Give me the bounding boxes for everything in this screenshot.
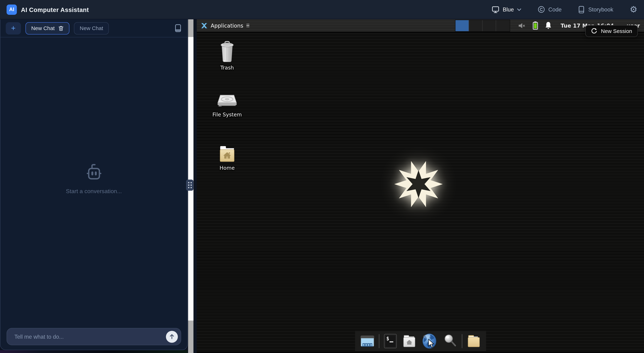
gear-icon: ⚙ [630,5,638,14]
app-window: AI AI Computer Assistant Blue Code S [0,0,644,353]
chat-tab-active[interactable]: New Chat [26,22,70,34]
chat-input[interactable] [14,333,166,340]
applications-menu[interactable]: Applications [201,22,250,29]
monitor-icon [492,6,500,14]
new-session-label: New Session [601,28,632,34]
xfce-logo-icon [201,22,208,29]
window-icon[interactable] [360,333,375,349]
scrollbar-thumb[interactable] [188,37,194,320]
workspace-1[interactable] [456,20,469,31]
volume-muted-icon[interactable] [518,22,526,29]
desktop-top-panel: Applications [197,19,644,33]
remote-desktop[interactable]: Applications [197,19,644,353]
page-title: AI Computer Assistant [21,6,89,13]
storybook-link-label: Storybook [588,7,614,13]
chat-sidebar: + New Chat New Chat [0,19,188,350]
battery-icon[interactable] [532,21,538,30]
notifications-bell-icon[interactable] [544,21,552,30]
main-area: + New Chat New Chat [0,19,644,353]
system-tray [518,21,552,30]
svg-text:$: $ [386,336,389,341]
robot-icon [84,162,104,181]
dock-separator [462,334,462,348]
desktop-icon-label: File System [202,111,252,117]
hard-drive-icon [216,91,238,110]
terminal-icon[interactable]: $ [383,333,398,349]
workspace-2[interactable] [469,20,483,31]
app-finder-icon[interactable] [442,333,458,349]
desktop-icon-file-system[interactable]: File System [202,91,252,118]
chat-tab[interactable]: New Chat [74,22,109,34]
dock: $ [355,331,486,351]
desktop-icon-home[interactable]: Home [202,145,252,171]
desktop-icon-label: Home [202,165,252,171]
chevron-down-icon [517,8,521,11]
desktop-body: Trash File System [197,33,644,353]
app-logo: AI [6,4,17,15]
chat-toolbar: + New Chat New Chat [0,19,187,38]
home-folder-icon [216,145,238,164]
storybook-link[interactable]: Storybook [578,6,613,14]
desktop-icon-trash[interactable]: Trash [202,40,252,71]
display-selector-label: Blue [503,7,514,13]
book-icon [578,6,585,14]
panel-divider [188,19,197,353]
sidebar-bottom-strip [0,350,188,353]
chat-tab-label: New Chat [80,25,103,31]
divider-drag-handle[interactable] [186,180,194,191]
home-folder-icon[interactable] [401,333,417,349]
dock-separator [379,334,379,348]
app-header: AI AI Computer Assistant Blue Code S [0,0,644,19]
code-link-label: Code [548,7,562,13]
copyright-icon [538,6,545,13]
code-link[interactable]: Code [538,6,562,13]
new-session-button[interactable]: New Session [585,25,638,37]
workspace-switcher [455,20,510,32]
send-button[interactable] [166,331,178,343]
menu-lines-icon [247,24,250,27]
screenshot-stage: AI AI Computer Assistant Blue Code S [0,0,644,353]
display-selector[interactable]: Blue [492,6,521,14]
chat-input-container [6,328,181,345]
chat-empty-state: Start a conversation... [0,37,187,319]
applications-menu-label: Applications [211,22,243,29]
header-actions: Blue Code Storybook ⚙ [492,5,638,14]
add-chat-button[interactable]: + [6,22,21,34]
desktop-icon-label: Trash [202,65,252,71]
notebook-icon[interactable] [174,24,182,33]
file-manager-icon[interactable] [466,333,482,349]
web-browser-icon[interactable] [420,332,438,349]
chat-tab-label: New Chat [31,25,54,31]
workspace-3[interactable] [483,20,496,31]
refresh-icon [591,28,597,34]
trash-icon[interactable] [58,25,64,31]
wallpaper-star-logo [392,157,445,211]
arrow-up-icon [169,334,174,339]
chat-input-bar [6,328,181,345]
settings-button[interactable]: ⚙ [630,5,638,14]
trash-can-icon [216,40,238,63]
workspace-4[interactable] [496,20,510,31]
empty-state-text: Start a conversation... [66,188,122,194]
mouse-cursor [428,339,435,348]
